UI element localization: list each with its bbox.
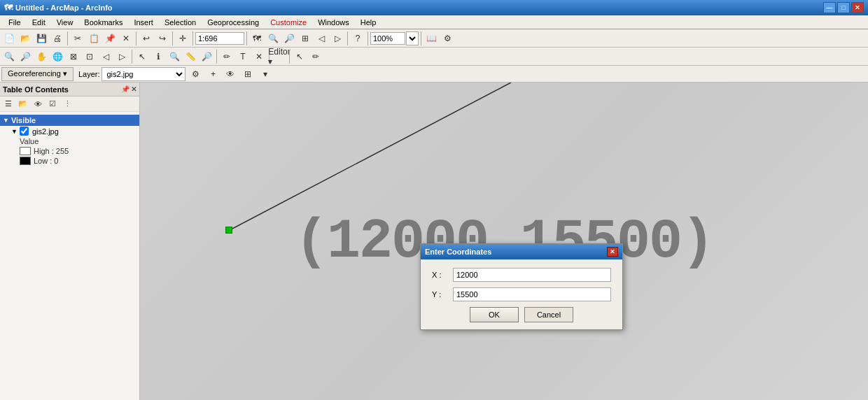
zoom-dropdown[interactable] xyxy=(406,31,419,45)
toc-title: Table Of Contents xyxy=(3,85,69,94)
delete-button[interactable]: ✕ xyxy=(118,31,134,46)
menu-bookmarks[interactable]: Bookmarks xyxy=(78,17,128,28)
georef-view-btn[interactable]: 👁 xyxy=(223,66,238,82)
georef-label: Georeferencing ▾ xyxy=(8,69,67,78)
high-label: High : 255 xyxy=(34,147,69,155)
measure-btn[interactable]: 📏 xyxy=(183,49,198,64)
dialog-titlebar: Enter Coordinates ✕ xyxy=(421,244,622,259)
zoom-layer-btn[interactable]: ⊡ xyxy=(82,49,97,64)
zoom-full-btn[interactable]: ⊞ xyxy=(298,31,313,46)
georef-down-btn[interactable]: ▾ xyxy=(258,66,273,82)
layer-checkbox[interactable] xyxy=(20,127,29,136)
settings-btn[interactable]: ⚙ xyxy=(440,31,455,46)
menu-geoprocessing[interactable]: Geoprocessing xyxy=(202,17,265,28)
print-button[interactable]: 🖨 xyxy=(50,31,65,46)
minimize-button[interactable]: — xyxy=(823,2,836,13)
ok-button[interactable]: OK xyxy=(470,307,519,322)
new-button[interactable]: 📄 xyxy=(1,31,17,46)
zoom-map-btn[interactable]: 🔍 xyxy=(1,49,17,64)
zoom-in-btn[interactable]: 🔍 xyxy=(265,31,281,46)
close-button[interactable]: ✕ xyxy=(851,2,864,13)
maximize-button[interactable]: □ xyxy=(837,2,850,13)
fwd-btn[interactable]: ▷ xyxy=(114,49,130,64)
map-area[interactable]: (12000,15500) Enter Coordinates ✕ X : Y … xyxy=(140,83,868,400)
toc-list-btn[interactable]: ☰ xyxy=(1,98,15,110)
zoom-prev-btn[interactable]: ◁ xyxy=(314,31,329,46)
menu-windows[interactable]: Windows xyxy=(312,17,355,28)
clear-btn[interactable]: ✕ xyxy=(251,49,267,64)
menu-selection[interactable]: Selection xyxy=(159,17,202,28)
toolbar2: 🔍 🔎 ✋ 🌐 ⊠ ⊡ ◁ ▷ ↖ ℹ 🔍 📏 🔎 ✏ T ✕ Editor ▾… xyxy=(0,48,868,66)
toc-pin-btn[interactable]: 📌 xyxy=(121,85,130,93)
toc-source-btn[interactable]: 📂 xyxy=(16,98,30,110)
menu-view[interactable]: View xyxy=(51,17,79,28)
toc-visible-btn[interactable]: 👁 xyxy=(31,98,45,110)
toc-toolbar: ☰ 📂 👁 ☑ ⋮ xyxy=(0,97,139,112)
editor-expand-btn[interactable]: Editor ▾ xyxy=(272,49,287,64)
edit-pencil[interactable]: ✏ xyxy=(308,49,323,64)
georef-table-btn[interactable]: ⊞ xyxy=(240,66,255,82)
edit-tool[interactable]: ↖ xyxy=(292,49,307,64)
visible-expand[interactable]: ▼ xyxy=(3,117,9,124)
value-label: Value xyxy=(20,137,38,145)
x-input[interactable] xyxy=(453,268,611,282)
redo-button[interactable]: ↪ xyxy=(155,31,170,46)
pan-btn[interactable]: ✋ xyxy=(34,49,49,64)
menu-insert[interactable]: Insert xyxy=(128,17,159,28)
cut-button[interactable]: ✂ xyxy=(70,31,85,46)
zoom-out-btn[interactable]: 🔎 xyxy=(281,31,297,46)
layer-name[interactable]: gis2.jpg xyxy=(32,127,59,136)
info-btn[interactable]: ℹ xyxy=(150,49,166,64)
bookmark-btn[interactable]: 📖 xyxy=(424,31,439,46)
titlebar: 🗺 Untitled - ArcMap - ArcInfo — □ ✕ xyxy=(0,0,868,15)
high-swatch xyxy=(20,147,31,155)
main-area: Table Of Contents 📌 ✕ ☰ 📂 👁 ☑ ⋮ ▼ Visibl… xyxy=(0,83,868,400)
dialog-title: Enter Coordinates xyxy=(425,248,491,256)
text-btn[interactable]: T xyxy=(235,49,251,64)
dialog-close-button[interactable]: ✕ xyxy=(607,247,618,257)
move-tool[interactable]: ✛ xyxy=(175,31,190,46)
y-input[interactable] xyxy=(453,287,611,301)
zoom-next-btn[interactable]: ▷ xyxy=(330,31,345,46)
zoom-out2-btn[interactable]: 🔎 xyxy=(18,49,33,64)
toc-header: Table Of Contents 📌 ✕ xyxy=(0,83,139,97)
paste-button[interactable]: 📌 xyxy=(102,31,118,46)
full-ext-btn[interactable]: ⊠ xyxy=(66,49,81,64)
toc-layer-row[interactable]: ▼ gis2.jpg xyxy=(0,126,139,136)
toc-select-btn[interactable]: ☑ xyxy=(46,98,59,110)
back-btn[interactable]: ◁ xyxy=(98,49,113,64)
find-btn[interactable]: 🔍 xyxy=(167,49,182,64)
help-btn[interactable]: ? xyxy=(350,31,365,46)
scale-input[interactable] xyxy=(195,32,244,45)
undo-button[interactable]: ↩ xyxy=(139,31,154,46)
title-icon: 🗺 xyxy=(4,3,13,13)
copy-button[interactable]: 📋 xyxy=(86,31,102,46)
open-button[interactable]: 📂 xyxy=(18,31,33,46)
georef-add-btn[interactable]: + xyxy=(205,66,220,82)
title-text: Untitled - ArcMap - ArcInfo xyxy=(15,3,823,12)
toc-options-btn[interactable]: ⋮ xyxy=(60,98,74,110)
dialog-body: X : Y : OK Cancel xyxy=(421,259,622,329)
menu-customize[interactable]: Customize xyxy=(265,17,312,28)
save-button[interactable]: 💾 xyxy=(34,31,49,46)
enter-coords-dialog: Enter Coordinates ✕ X : Y : OK Cancel xyxy=(420,243,623,330)
toc-content: ▼ Visible ▼ gis2.jpg Value High : 255 Lo… xyxy=(0,112,139,400)
zoom-input[interactable] xyxy=(370,32,405,45)
y-field-row: Y : xyxy=(432,287,611,301)
map-extent-btn[interactable]: 🗺 xyxy=(249,31,265,46)
menu-help[interactable]: Help xyxy=(355,17,382,28)
georef-button[interactable]: Georeferencing ▾ xyxy=(1,67,74,81)
globe-btn[interactable]: 🌐 xyxy=(50,49,65,64)
cancel-button[interactable]: Cancel xyxy=(524,307,573,322)
toc-close-btn[interactable]: ✕ xyxy=(131,85,136,93)
toc-value-row: Value xyxy=(0,136,139,146)
menu-edit[interactable]: Edit xyxy=(27,17,51,28)
menu-file[interactable]: File xyxy=(3,17,27,28)
layer-expand[interactable]: ▼ xyxy=(11,128,18,135)
y-label: Y : xyxy=(432,290,453,299)
draw-btn[interactable]: ✏ xyxy=(219,49,234,64)
georef-settings-btn[interactable]: ⚙ xyxy=(188,66,203,82)
select-btn[interactable]: ↖ xyxy=(134,49,150,64)
layer-dropdown[interactable]: gis2.jpg xyxy=(102,67,186,81)
identify-btn[interactable]: 🔎 xyxy=(199,49,214,64)
